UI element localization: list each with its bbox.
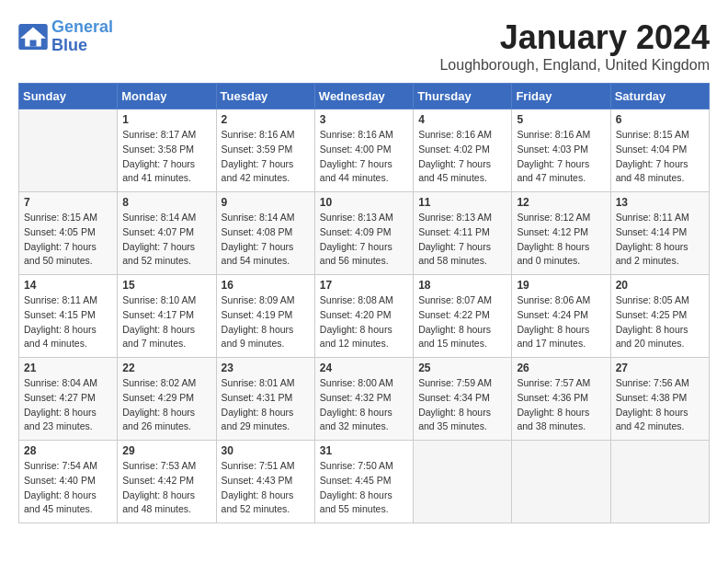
day-number: 21 <box>24 362 112 374</box>
daylight-text: Daylight: 8 hours and 12 minutes. <box>320 323 408 352</box>
sunset-text: Sunset: 4:34 PM <box>418 391 506 406</box>
day-info: Sunrise: 7:50 AM Sunset: 4:45 PM Dayligh… <box>320 459 408 517</box>
daylight-text: Daylight: 7 hours and 52 minutes. <box>122 240 210 270</box>
calendar-cell <box>610 441 709 523</box>
daylight-text: Daylight: 7 hours and 44 minutes. <box>320 157 408 187</box>
daylight-text: Daylight: 8 hours and 42 minutes. <box>616 406 704 435</box>
weekday-header: Saturday <box>610 84 709 109</box>
daylight-text: Daylight: 7 hours and 41 minutes. <box>122 157 210 187</box>
calendar-cell: 26 Sunrise: 7:57 AM Sunset: 4:36 PM Dayl… <box>512 358 610 441</box>
day-number: 10 <box>320 196 408 209</box>
day-info: Sunrise: 8:01 AM Sunset: 4:31 PM Dayligh… <box>222 376 310 434</box>
day-info: Sunrise: 8:13 AM Sunset: 4:09 PM Dayligh… <box>320 211 408 269</box>
calendar-cell: 18 Sunrise: 8:07 AM Sunset: 4:22 PM Dayl… <box>414 275 512 358</box>
day-info: Sunrise: 7:51 AM Sunset: 4:43 PM Dayligh… <box>222 459 310 517</box>
location-subtitle: Loughborough, England, United Kingdom <box>439 57 710 74</box>
month-title: January 2024 <box>439 18 710 57</box>
daylight-text: Daylight: 8 hours and 38 minutes. <box>517 406 605 435</box>
sunrise-text: Sunrise: 8:05 AM <box>616 293 704 308</box>
sunrise-text: Sunrise: 8:08 AM <box>320 293 408 308</box>
day-number: 17 <box>320 279 408 292</box>
calendar-cell: 9 Sunrise: 8:14 AM Sunset: 4:08 PM Dayli… <box>216 192 314 275</box>
calendar-cell: 22 Sunrise: 8:02 AM Sunset: 4:29 PM Dayl… <box>118 358 216 441</box>
sunrise-text: Sunrise: 8:13 AM <box>418 211 506 225</box>
day-number: 31 <box>320 444 408 457</box>
calendar-cell: 4 Sunrise: 8:16 AM Sunset: 4:02 PM Dayli… <box>414 109 512 192</box>
day-number: 27 <box>616 362 704 374</box>
calendar-cell: 25 Sunrise: 7:59 AM Sunset: 4:34 PM Dayl… <box>414 358 512 441</box>
sunrise-text: Sunrise: 8:17 AM <box>122 128 210 143</box>
sunrise-text: Sunrise: 8:02 AM <box>122 376 210 391</box>
sunrise-text: Sunrise: 7:51 AM <box>222 459 310 474</box>
sunrise-text: Sunrise: 7:50 AM <box>320 459 408 474</box>
sunrise-text: Sunrise: 7:59 AM <box>418 376 506 391</box>
day-info: Sunrise: 8:14 AM Sunset: 4:08 PM Dayligh… <box>222 211 310 269</box>
day-number: 23 <box>222 362 310 374</box>
day-number: 18 <box>418 279 506 292</box>
calendar-cell <box>512 441 610 523</box>
calendar-table: SundayMondayTuesdayWednesdayThursdayFrid… <box>18 83 710 523</box>
day-number: 14 <box>24 279 112 292</box>
weekday-header: Tuesday <box>216 84 314 109</box>
sunrise-text: Sunrise: 7:53 AM <box>122 459 210 474</box>
calendar-cell <box>414 441 512 523</box>
day-number: 3 <box>320 113 408 126</box>
calendar-cell: 14 Sunrise: 8:11 AM Sunset: 4:15 PM Dayl… <box>19 275 118 358</box>
day-info: Sunrise: 7:56 AM Sunset: 4:38 PM Dayligh… <box>616 376 704 434</box>
sunset-text: Sunset: 4:05 PM <box>24 225 112 240</box>
daylight-text: Daylight: 8 hours and 4 minutes. <box>24 323 112 352</box>
sunset-text: Sunset: 4:19 PM <box>222 308 310 323</box>
page-header: General Blue January 2024 Loughborough, … <box>18 18 710 74</box>
sunset-text: Sunset: 4:24 PM <box>517 308 605 323</box>
day-info: Sunrise: 8:02 AM Sunset: 4:29 PM Dayligh… <box>122 376 210 434</box>
sunrise-text: Sunrise: 8:01 AM <box>222 376 310 391</box>
day-info: Sunrise: 8:17 AM Sunset: 3:58 PM Dayligh… <box>122 128 210 186</box>
calendar-cell: 3 Sunrise: 8:16 AM Sunset: 4:00 PM Dayli… <box>314 109 413 192</box>
day-number: 25 <box>418 362 506 374</box>
day-number: 7 <box>24 196 112 209</box>
day-info: Sunrise: 8:11 AM Sunset: 4:14 PM Dayligh… <box>616 211 704 269</box>
weekday-header: Wednesday <box>314 84 413 109</box>
sunset-text: Sunset: 4:25 PM <box>616 308 704 323</box>
daylight-text: Daylight: 7 hours and 54 minutes. <box>222 240 310 270</box>
calendar-cell: 29 Sunrise: 7:53 AM Sunset: 4:42 PM Dayl… <box>118 441 216 523</box>
sunset-text: Sunset: 4:03 PM <box>517 143 605 157</box>
day-number: 19 <box>517 279 605 292</box>
sunrise-text: Sunrise: 8:10 AM <box>122 293 210 308</box>
sunset-text: Sunset: 4:38 PM <box>616 391 704 406</box>
sunset-text: Sunset: 3:58 PM <box>122 143 210 157</box>
sunrise-text: Sunrise: 8:11 AM <box>24 293 112 308</box>
daylight-text: Daylight: 8 hours and 26 minutes. <box>122 406 210 435</box>
day-info: Sunrise: 8:12 AM Sunset: 4:12 PM Dayligh… <box>517 211 605 269</box>
day-number: 26 <box>517 362 605 374</box>
daylight-text: Daylight: 8 hours and 15 minutes. <box>418 323 506 352</box>
sunset-text: Sunset: 4:27 PM <box>24 391 112 406</box>
sunset-text: Sunset: 4:31 PM <box>222 391 310 406</box>
calendar-cell: 13 Sunrise: 8:11 AM Sunset: 4:14 PM Dayl… <box>610 192 709 275</box>
sunset-text: Sunset: 4:12 PM <box>517 225 605 240</box>
daylight-text: Daylight: 8 hours and 52 minutes. <box>222 488 310 518</box>
day-info: Sunrise: 8:11 AM Sunset: 4:15 PM Dayligh… <box>24 293 112 351</box>
sunrise-text: Sunrise: 8:16 AM <box>418 128 506 143</box>
sunrise-text: Sunrise: 8:06 AM <box>517 293 605 308</box>
day-info: Sunrise: 8:09 AM Sunset: 4:19 PM Dayligh… <box>222 293 310 351</box>
sunset-text: Sunset: 3:59 PM <box>222 143 310 157</box>
sunrise-text: Sunrise: 8:11 AM <box>616 211 704 225</box>
day-info: Sunrise: 8:16 AM Sunset: 4:02 PM Dayligh… <box>418 128 506 186</box>
day-info: Sunrise: 8:04 AM Sunset: 4:27 PM Dayligh… <box>24 376 112 434</box>
calendar-cell: 28 Sunrise: 7:54 AM Sunset: 4:40 PM Dayl… <box>19 441 118 523</box>
sunrise-text: Sunrise: 8:04 AM <box>24 376 112 391</box>
calendar-body: 1 Sunrise: 8:17 AM Sunset: 3:58 PM Dayli… <box>19 109 710 523</box>
sunset-text: Sunset: 4:43 PM <box>222 474 310 488</box>
day-info: Sunrise: 8:15 AM Sunset: 4:04 PM Dayligh… <box>616 128 704 186</box>
sunset-text: Sunset: 4:32 PM <box>320 391 408 406</box>
day-info: Sunrise: 8:16 AM Sunset: 4:00 PM Dayligh… <box>320 128 408 186</box>
sunrise-text: Sunrise: 8:14 AM <box>122 211 210 225</box>
calendar-cell: 10 Sunrise: 8:13 AM Sunset: 4:09 PM Dayl… <box>314 192 413 275</box>
weekday-header: Thursday <box>414 84 512 109</box>
sunset-text: Sunset: 4:11 PM <box>418 225 506 240</box>
sunrise-text: Sunrise: 8:07 AM <box>418 293 506 308</box>
day-info: Sunrise: 7:59 AM Sunset: 4:34 PM Dayligh… <box>418 376 506 434</box>
day-info: Sunrise: 8:00 AM Sunset: 4:32 PM Dayligh… <box>320 376 408 434</box>
day-number: 11 <box>418 196 506 209</box>
